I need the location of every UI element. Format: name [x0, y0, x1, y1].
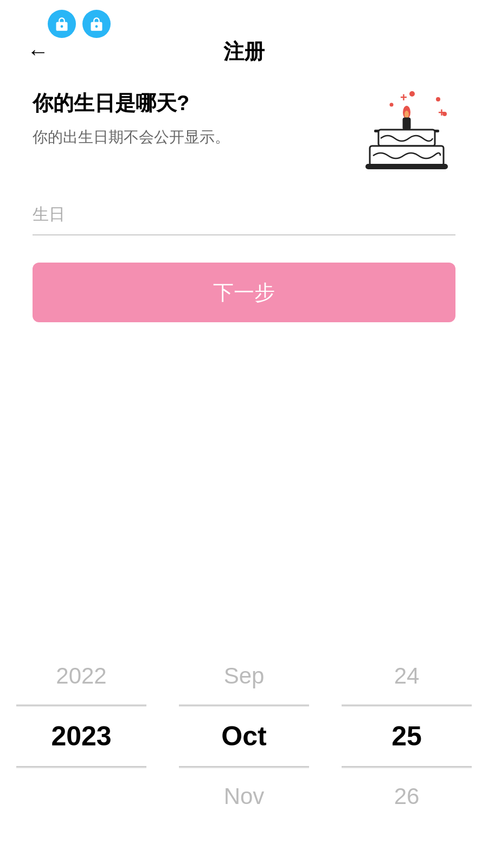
day-item-26[interactable]: 26: [325, 768, 488, 825]
svg-rect-10: [378, 130, 435, 146]
next-button-label: 下一步: [213, 279, 275, 307]
birthday-question: 你的生日是哪天?: [33, 90, 358, 117]
month-item-nov[interactable]: Nov: [163, 768, 325, 825]
svg-point-2: [390, 103, 394, 107]
day-picker-column[interactable]: 24 25 26: [325, 648, 488, 825]
birthday-text-block: 你的生日是哪天? 你的出生日期不会公开显示。: [33, 84, 358, 148]
svg-rect-12: [365, 164, 448, 169]
year-divider-bottom: [16, 767, 146, 768]
month-item-sep[interactable]: Sep: [163, 648, 325, 704]
year-picker-column[interactable]: 2022 2023: [0, 648, 163, 825]
day-selected-wrapper: 25: [325, 705, 488, 767]
day-item-25[interactable]: 25: [325, 705, 488, 767]
cake-icon: + +: [358, 84, 455, 171]
next-button[interactable]: 下一步: [33, 263, 455, 322]
svg-rect-11: [370, 146, 444, 165]
month-item-oct[interactable]: Oct: [163, 705, 325, 767]
page-title: 注册: [223, 38, 265, 66]
month-picker-column[interactable]: Sep Oct Nov: [163, 648, 325, 825]
year-item-2022[interactable]: 2022: [0, 648, 163, 704]
svg-point-1: [436, 97, 440, 101]
day-item-24[interactable]: 24: [325, 648, 488, 704]
birthday-section: 你的生日是哪天? 你的出生日期不会公开显示。 + +: [33, 84, 455, 171]
year-selected-wrapper: 2023: [0, 705, 163, 767]
birthday-description: 你的出生日期不会公开显示。: [33, 127, 358, 148]
month-selected-wrapper: Oct: [163, 705, 325, 767]
birthday-label: 生日: [33, 203, 455, 226]
birthday-field-wrapper: 生日: [33, 203, 455, 235]
header: ← 注册: [0, 33, 488, 71]
svg-point-0: [409, 91, 415, 97]
main-content: 你的生日是哪天? 你的出生日期不会公开显示。 + +: [33, 84, 455, 322]
svg-rect-8: [403, 118, 410, 130]
date-picker[interactable]: 2022 2023 Sep Oct Nov 24 25 26: [0, 648, 488, 825]
svg-text:+: +: [438, 106, 445, 119]
birthday-field-divider: [33, 234, 455, 235]
svg-point-7: [404, 111, 409, 118]
back-button[interactable]: ←: [27, 41, 49, 62]
year-item-2023[interactable]: 2023: [0, 705, 163, 767]
svg-text:+: +: [400, 91, 407, 104]
